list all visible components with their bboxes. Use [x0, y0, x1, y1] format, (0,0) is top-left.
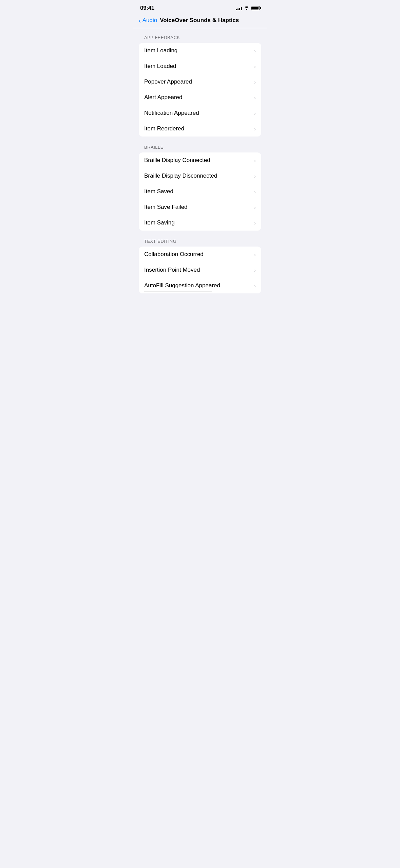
list-item-label: Alert Appeared	[144, 94, 182, 101]
list-item-label: Item Saving	[144, 219, 175, 226]
back-label: Audio	[142, 17, 157, 24]
status-bar: 09:41	[133, 0, 267, 14]
list-group-text-editing: Collaboration Occurred › Insertion Point…	[139, 247, 261, 293]
section-app-feedback: APP FEEDBACK Item Loading › Item Loaded …	[133, 35, 267, 137]
list-item-label: Popover Appeared	[144, 78, 192, 85]
list-item-insertion-point-moved[interactable]: Insertion Point Moved ›	[139, 262, 261, 278]
list-group-braille: Braille Display Connected › Braille Disp…	[139, 152, 261, 231]
back-chevron-icon: ‹	[139, 17, 141, 24]
list-item-alert-appeared[interactable]: Alert Appeared ›	[139, 90, 261, 105]
list-item-label: Item Save Failed	[144, 204, 188, 211]
list-item-item-saved[interactable]: Item Saved ›	[139, 184, 261, 199]
chevron-right-icon: ›	[254, 48, 256, 54]
list-item-autofill-suggestion-appeared[interactable]: AutoFill Suggestion Appeared ›	[139, 278, 261, 293]
autofill-underline	[144, 291, 212, 291]
list-item-braille-display-connected[interactable]: Braille Display Connected ›	[139, 152, 261, 168]
wifi-icon	[244, 5, 249, 11]
list-item-braille-display-disconnected[interactable]: Braille Display Disconnected ›	[139, 168, 261, 184]
list-item-label: Item Loaded	[144, 63, 176, 70]
section-header-app-feedback: APP FEEDBACK	[133, 35, 267, 43]
list-item-item-loading[interactable]: Item Loading ›	[139, 43, 261, 58]
status-time: 09:41	[140, 5, 154, 12]
status-icons	[236, 5, 260, 11]
chevron-right-icon: ›	[254, 189, 256, 195]
chevron-right-icon: ›	[254, 95, 256, 101]
signal-bars-icon	[236, 6, 242, 10]
chevron-right-icon: ›	[254, 173, 256, 179]
section-header-braille: BRAILLE	[133, 145, 267, 152]
list-item-item-loaded[interactable]: Item Loaded ›	[139, 58, 261, 74]
chevron-right-icon: ›	[254, 204, 256, 210]
chevron-right-icon: ›	[254, 267, 256, 273]
chevron-right-icon: ›	[254, 252, 256, 257]
list-item-item-save-failed[interactable]: Item Save Failed ›	[139, 199, 261, 215]
list-item-item-reordered[interactable]: Item Reordered ›	[139, 121, 261, 137]
section-text-editing: TEXT EDITING Collaboration Occurred › In…	[133, 239, 267, 293]
content: APP FEEDBACK Item Loading › Item Loaded …	[133, 28, 267, 308]
chevron-right-icon: ›	[254, 283, 256, 289]
list-item-label: Insertion Point Moved	[144, 267, 200, 273]
nav-header: ‹ Audio VoiceOver Sounds & Haptics	[133, 14, 267, 28]
list-item-label: Notification Appeared	[144, 110, 199, 116]
list-group-app-feedback: Item Loading › Item Loaded › Popover App…	[139, 43, 261, 137]
chevron-right-icon: ›	[254, 110, 256, 116]
section-header-text-editing: TEXT EDITING	[133, 239, 267, 247]
list-item-label: Braille Display Disconnected	[144, 173, 217, 179]
section-braille: BRAILLE Braille Display Connected › Brai…	[133, 145, 267, 231]
list-item-label: Item Reordered	[144, 125, 184, 132]
page-title: VoiceOver Sounds & Haptics	[160, 17, 239, 24]
back-button[interactable]: ‹ Audio	[139, 17, 157, 24]
list-item-label: Collaboration Occurred	[144, 251, 204, 258]
list-item-item-saving[interactable]: Item Saving ›	[139, 215, 261, 231]
battery-icon	[251, 6, 260, 10]
list-item-label: Item Saved	[144, 188, 173, 195]
chevron-right-icon: ›	[254, 64, 256, 69]
list-item-label: AutoFill Suggestion Appeared	[144, 282, 220, 289]
chevron-right-icon: ›	[254, 126, 256, 132]
chevron-right-icon: ›	[254, 79, 256, 85]
list-item-collaboration-occurred[interactable]: Collaboration Occurred ›	[139, 247, 261, 262]
chevron-right-icon: ›	[254, 220, 256, 226]
chevron-right-icon: ›	[254, 158, 256, 163]
list-item-popover-appeared[interactable]: Popover Appeared ›	[139, 74, 261, 90]
list-item-label: Braille Display Connected	[144, 157, 210, 164]
list-item-label: Item Loading	[144, 47, 177, 54]
list-item-notification-appeared[interactable]: Notification Appeared ›	[139, 105, 261, 121]
